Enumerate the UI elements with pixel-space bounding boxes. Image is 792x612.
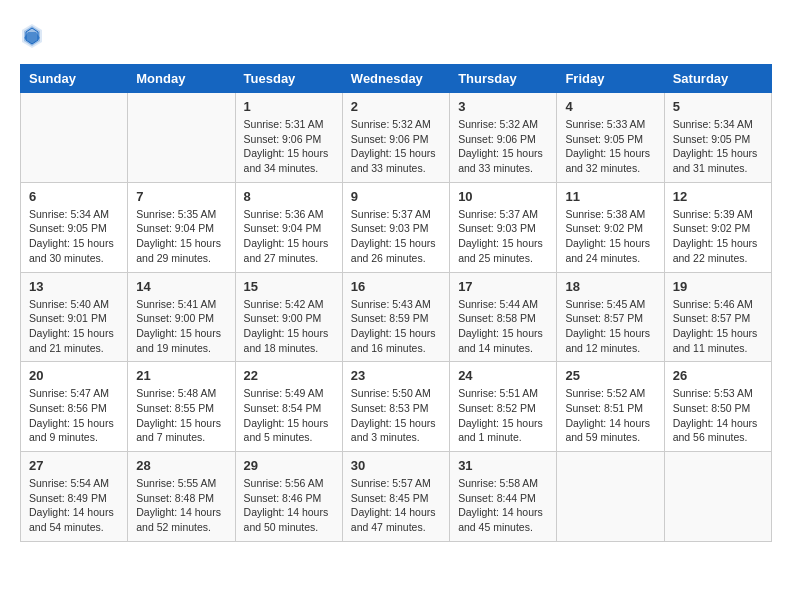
day-number: 31	[458, 458, 548, 473]
calendar-cell: 22Sunrise: 5:49 AM Sunset: 8:54 PM Dayli…	[235, 362, 342, 452]
day-number: 18	[565, 279, 655, 294]
calendar-cell	[557, 452, 664, 542]
calendar-cell: 25Sunrise: 5:52 AM Sunset: 8:51 PM Dayli…	[557, 362, 664, 452]
cell-content: Sunrise: 5:47 AM Sunset: 8:56 PM Dayligh…	[29, 386, 119, 445]
calendar-cell: 12Sunrise: 5:39 AM Sunset: 9:02 PM Dayli…	[664, 182, 771, 272]
day-number: 2	[351, 99, 441, 114]
cell-content: Sunrise: 5:42 AM Sunset: 9:00 PM Dayligh…	[244, 297, 334, 356]
cell-content: Sunrise: 5:43 AM Sunset: 8:59 PM Dayligh…	[351, 297, 441, 356]
day-number: 24	[458, 368, 548, 383]
day-header-monday: Monday	[128, 65, 235, 93]
day-number: 12	[673, 189, 763, 204]
calendar-week-4: 20Sunrise: 5:47 AM Sunset: 8:56 PM Dayli…	[21, 362, 772, 452]
day-number: 22	[244, 368, 334, 383]
calendar-cell: 9Sunrise: 5:37 AM Sunset: 9:03 PM Daylig…	[342, 182, 449, 272]
calendar-cell: 10Sunrise: 5:37 AM Sunset: 9:03 PM Dayli…	[450, 182, 557, 272]
calendar-week-5: 27Sunrise: 5:54 AM Sunset: 8:49 PM Dayli…	[21, 452, 772, 542]
day-number: 28	[136, 458, 226, 473]
calendar-cell: 2Sunrise: 5:32 AM Sunset: 9:06 PM Daylig…	[342, 93, 449, 183]
calendar-cell: 4Sunrise: 5:33 AM Sunset: 9:05 PM Daylig…	[557, 93, 664, 183]
calendar-cell: 3Sunrise: 5:32 AM Sunset: 9:06 PM Daylig…	[450, 93, 557, 183]
cell-content: Sunrise: 5:34 AM Sunset: 9:05 PM Dayligh…	[29, 207, 119, 266]
calendar-cell: 16Sunrise: 5:43 AM Sunset: 8:59 PM Dayli…	[342, 272, 449, 362]
day-header-tuesday: Tuesday	[235, 65, 342, 93]
day-number: 3	[458, 99, 548, 114]
cell-content: Sunrise: 5:50 AM Sunset: 8:53 PM Dayligh…	[351, 386, 441, 445]
cell-content: Sunrise: 5:55 AM Sunset: 8:48 PM Dayligh…	[136, 476, 226, 535]
cell-content: Sunrise: 5:38 AM Sunset: 9:02 PM Dayligh…	[565, 207, 655, 266]
day-number: 4	[565, 99, 655, 114]
calendar-cell: 17Sunrise: 5:44 AM Sunset: 8:58 PM Dayli…	[450, 272, 557, 362]
day-number: 9	[351, 189, 441, 204]
cell-content: Sunrise: 5:41 AM Sunset: 9:00 PM Dayligh…	[136, 297, 226, 356]
page-header	[20, 20, 772, 48]
day-number: 15	[244, 279, 334, 294]
calendar-cell: 18Sunrise: 5:45 AM Sunset: 8:57 PM Dayli…	[557, 272, 664, 362]
day-number: 19	[673, 279, 763, 294]
calendar-cell: 19Sunrise: 5:46 AM Sunset: 8:57 PM Dayli…	[664, 272, 771, 362]
day-header-sunday: Sunday	[21, 65, 128, 93]
calendar-cell: 13Sunrise: 5:40 AM Sunset: 9:01 PM Dayli…	[21, 272, 128, 362]
day-number: 5	[673, 99, 763, 114]
cell-content: Sunrise: 5:45 AM Sunset: 8:57 PM Dayligh…	[565, 297, 655, 356]
day-number: 25	[565, 368, 655, 383]
cell-content: Sunrise: 5:57 AM Sunset: 8:45 PM Dayligh…	[351, 476, 441, 535]
calendar-week-1: 1Sunrise: 5:31 AM Sunset: 9:06 PM Daylig…	[21, 93, 772, 183]
cell-content: Sunrise: 5:51 AM Sunset: 8:52 PM Dayligh…	[458, 386, 548, 445]
calendar-cell: 21Sunrise: 5:48 AM Sunset: 8:55 PM Dayli…	[128, 362, 235, 452]
day-header-saturday: Saturday	[664, 65, 771, 93]
cell-content: Sunrise: 5:31 AM Sunset: 9:06 PM Dayligh…	[244, 117, 334, 176]
calendar-week-2: 6Sunrise: 5:34 AM Sunset: 9:05 PM Daylig…	[21, 182, 772, 272]
day-number: 6	[29, 189, 119, 204]
calendar-cell: 5Sunrise: 5:34 AM Sunset: 9:05 PM Daylig…	[664, 93, 771, 183]
day-number: 23	[351, 368, 441, 383]
day-number: 30	[351, 458, 441, 473]
day-number: 26	[673, 368, 763, 383]
cell-content: Sunrise: 5:56 AM Sunset: 8:46 PM Dayligh…	[244, 476, 334, 535]
day-number: 8	[244, 189, 334, 204]
cell-content: Sunrise: 5:46 AM Sunset: 8:57 PM Dayligh…	[673, 297, 763, 356]
calendar-cell: 1Sunrise: 5:31 AM Sunset: 9:06 PM Daylig…	[235, 93, 342, 183]
calendar-cell: 7Sunrise: 5:35 AM Sunset: 9:04 PM Daylig…	[128, 182, 235, 272]
calendar-week-3: 13Sunrise: 5:40 AM Sunset: 9:01 PM Dayli…	[21, 272, 772, 362]
calendar-cell: 23Sunrise: 5:50 AM Sunset: 8:53 PM Dayli…	[342, 362, 449, 452]
calendar-cell: 6Sunrise: 5:34 AM Sunset: 9:05 PM Daylig…	[21, 182, 128, 272]
cell-content: Sunrise: 5:36 AM Sunset: 9:04 PM Dayligh…	[244, 207, 334, 266]
calendar-cell: 30Sunrise: 5:57 AM Sunset: 8:45 PM Dayli…	[342, 452, 449, 542]
day-number: 21	[136, 368, 226, 383]
cell-content: Sunrise: 5:44 AM Sunset: 8:58 PM Dayligh…	[458, 297, 548, 356]
day-number: 10	[458, 189, 548, 204]
cell-content: Sunrise: 5:33 AM Sunset: 9:05 PM Dayligh…	[565, 117, 655, 176]
logo-icon	[20, 22, 44, 50]
calendar-cell: 29Sunrise: 5:56 AM Sunset: 8:46 PM Dayli…	[235, 452, 342, 542]
day-number: 11	[565, 189, 655, 204]
cell-content: Sunrise: 5:40 AM Sunset: 9:01 PM Dayligh…	[29, 297, 119, 356]
calendar-cell: 20Sunrise: 5:47 AM Sunset: 8:56 PM Dayli…	[21, 362, 128, 452]
logo	[20, 20, 48, 48]
day-number: 14	[136, 279, 226, 294]
calendar-cell	[128, 93, 235, 183]
day-number: 20	[29, 368, 119, 383]
day-number: 13	[29, 279, 119, 294]
cell-content: Sunrise: 5:58 AM Sunset: 8:44 PM Dayligh…	[458, 476, 548, 535]
cell-content: Sunrise: 5:48 AM Sunset: 8:55 PM Dayligh…	[136, 386, 226, 445]
calendar-cell: 28Sunrise: 5:55 AM Sunset: 8:48 PM Dayli…	[128, 452, 235, 542]
cell-content: Sunrise: 5:32 AM Sunset: 9:06 PM Dayligh…	[458, 117, 548, 176]
cell-content: Sunrise: 5:52 AM Sunset: 8:51 PM Dayligh…	[565, 386, 655, 445]
calendar-table: SundayMondayTuesdayWednesdayThursdayFrid…	[20, 64, 772, 542]
day-number: 29	[244, 458, 334, 473]
day-number: 17	[458, 279, 548, 294]
calendar-cell: 24Sunrise: 5:51 AM Sunset: 8:52 PM Dayli…	[450, 362, 557, 452]
cell-content: Sunrise: 5:37 AM Sunset: 9:03 PM Dayligh…	[458, 207, 548, 266]
cell-content: Sunrise: 5:54 AM Sunset: 8:49 PM Dayligh…	[29, 476, 119, 535]
day-number: 7	[136, 189, 226, 204]
day-header-thursday: Thursday	[450, 65, 557, 93]
calendar-cell: 8Sunrise: 5:36 AM Sunset: 9:04 PM Daylig…	[235, 182, 342, 272]
calendar-header-row: SundayMondayTuesdayWednesdayThursdayFrid…	[21, 65, 772, 93]
day-number: 1	[244, 99, 334, 114]
calendar-cell: 11Sunrise: 5:38 AM Sunset: 9:02 PM Dayli…	[557, 182, 664, 272]
calendar-cell: 26Sunrise: 5:53 AM Sunset: 8:50 PM Dayli…	[664, 362, 771, 452]
day-header-friday: Friday	[557, 65, 664, 93]
calendar-cell: 27Sunrise: 5:54 AM Sunset: 8:49 PM Dayli…	[21, 452, 128, 542]
cell-content: Sunrise: 5:35 AM Sunset: 9:04 PM Dayligh…	[136, 207, 226, 266]
